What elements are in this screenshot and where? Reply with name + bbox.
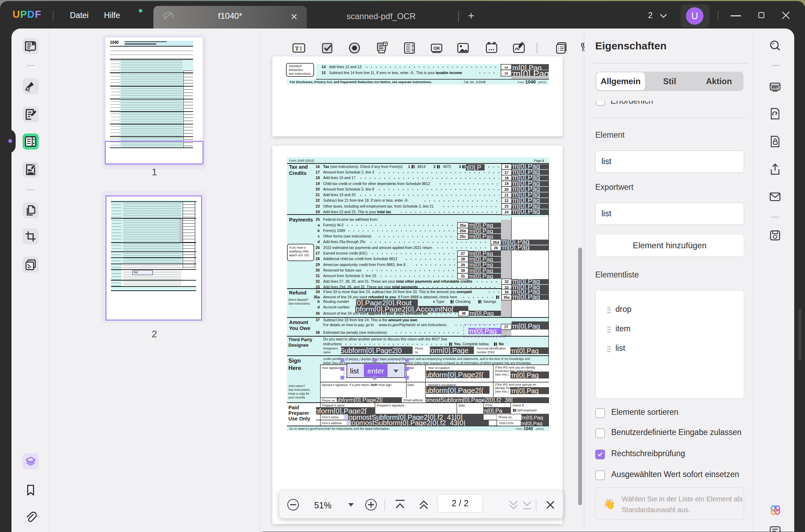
svg-text:Firm’s name: Firm’s name	[322, 416, 338, 419]
svg-text:OCR: OCR	[772, 87, 779, 90]
svg-text:15: 15	[504, 71, 508, 75]
svg-text:Paid: Paid	[288, 405, 299, 410]
svg-text:Amount of line 34 you want app: Amount of line 34 you want applied to yo…	[323, 311, 428, 315]
svg-text:36: 36	[316, 311, 320, 315]
svg-text:2022 estimated tax payments an: 2022 estimated tax payments and amount a…	[323, 245, 434, 250]
svg-text:(2022): (2022)	[538, 81, 546, 84]
svg-text:25d: 25d	[493, 240, 499, 244]
svg-text:Routing number: Routing number	[323, 299, 349, 304]
svg-text:Personal identification: Personal identification	[477, 347, 506, 350]
svg-text:Sign: Sign	[288, 357, 301, 364]
svg-text:34: 34	[504, 290, 509, 294]
svg-text:rm[0].Pag: rm[0].Pag	[511, 322, 540, 330]
svg-text:qualifying child,: qualifying child,	[289, 250, 309, 253]
svg-text:Designee’s: Designee’s	[323, 347, 338, 350]
svg-text:Phone: Phone	[415, 347, 423, 350]
svg-text:Yes. Complete below.: Yes. Complete below.	[454, 342, 489, 346]
svg-text:Phone no.: Phone no.	[322, 399, 336, 402]
svg-text:rm[0].Pag: rm[0].Pag	[467, 327, 497, 335]
svg-text:Add lines 19 and 20: Add lines 19 and 20	[323, 193, 356, 197]
svg-text:www.irs.gov/Payments: www.irs.gov/Payments	[379, 323, 416, 327]
svg-text:19: 19	[316, 182, 320, 186]
svg-text:32: 32	[316, 279, 320, 283]
svg-text:Keep a copy for: Keep a copy for	[288, 392, 309, 395]
svg-text:19: 19	[504, 182, 509, 186]
svg-text:rm[0].Pag: rm[0].Pag	[468, 310, 494, 317]
svg-text:rm[0].Pag: rm[0].Pag	[468, 261, 493, 268]
svg-text:36: 36	[462, 311, 466, 315]
svg-text:rm[0].Pag: rm[0].Pag	[520, 420, 542, 426]
svg-text:37: 37	[504, 325, 508, 329]
svg-text:35a: 35a	[503, 295, 510, 299]
svg-text:38: 38	[316, 330, 320, 334]
svg-text:see instructions.: see instructions.	[289, 72, 311, 75]
svg-text:c: c	[318, 234, 320, 238]
svg-text:Form: Form	[516, 427, 523, 430]
svg-text:no.: no.	[415, 350, 419, 354]
svg-text:Amount from Schedule 3, line 8: Amount from Schedule 3, line 8	[323, 187, 374, 191]
svg-text:2: 2	[433, 164, 436, 169]
svg-text:For Disclosure, Privacy Act, a: For Disclosure, Privacy Act, and Paperwo…	[290, 80, 432, 84]
svg-text:23: 23	[316, 204, 320, 208]
svg-text:(see inst.): (see inst.)	[495, 390, 509, 393]
svg-text:Phone no.: Phone no.	[499, 416, 512, 419]
svg-text:Subtract line 33 from line 24.: Subtract line 33 from line 24. This is t…	[323, 318, 418, 322]
svg-text:See instructions.: See instructions.	[288, 388, 311, 392]
svg-text:American opportunity credit fr: American opportunity credit from Form 88…	[323, 263, 407, 267]
svg-text:name: name	[323, 350, 331, 354]
svg-text:(2022): (2022)	[536, 427, 544, 430]
svg-text:Amount from Schedule 3, line 1: Amount from Schedule 3, line 15	[323, 274, 376, 278]
svg-text:Date: Date	[459, 404, 465, 407]
svg-text:Amount from Schedule 2, line 3: Amount from Schedule 2, line 3	[323, 170, 374, 174]
svg-text:Add lines 22 and 23. This is y: Add lines 22 and 23. This is your total …	[323, 210, 391, 214]
svg-text:30: 30	[316, 268, 320, 272]
svg-text:Designee: Designee	[288, 342, 309, 348]
svg-text:rm[0].Pag: rm[0].Pag	[509, 347, 539, 355]
svg-text:topmostSubform[0].Page2[0].f2_: topmostSubform[0].Page2[0].f2_41[0]	[347, 413, 462, 421]
svg-text:Federal income tax withheld fr: Federal income tax withheld from:	[323, 217, 378, 221]
svg-text:Standard: Standard	[289, 64, 302, 68]
svg-text:21: 21	[504, 193, 509, 197]
svg-text:No: No	[499, 342, 504, 346]
svg-text:25c: 25c	[460, 234, 466, 239]
svg-text:Self-employed: Self-employed	[517, 409, 536, 412]
svg-text:Checking: Checking	[455, 299, 471, 304]
svg-text:27: 27	[461, 251, 465, 256]
svg-text:PTIN: PTIN	[485, 404, 492, 407]
svg-text:25: 25	[316, 217, 320, 221]
svg-text:b: b	[318, 299, 320, 304]
svg-text:enter: enter	[367, 367, 384, 375]
svg-text:rm[0].Pag: rm[0].Pag	[468, 222, 493, 228]
svg-text:rm[0].Pag: rm[0].Pag	[509, 387, 539, 395]
svg-text:for instructions and the lates: for instructions and the latest informat…	[332, 427, 390, 430]
svg-text:(see inst.): (see inst.)	[495, 373, 509, 376]
svg-text:See instructions.: See instructions.	[288, 302, 311, 305]
svg-text:Form(s) 1099: Form(s) 1099	[323, 228, 345, 233]
svg-text:Spouse’s signature. If a joint: Spouse’s signature. If a joint return, b…	[322, 383, 392, 387]
svg-text:22: 22	[316, 198, 320, 202]
svg-text:Preparer: Preparer	[288, 410, 309, 416]
svg-text:Payments: Payments	[289, 217, 313, 223]
svg-text:Do you want to allow anot: Do you want to allow another person to d…	[323, 337, 447, 341]
svg-text:22: 22	[504, 199, 509, 203]
svg-text:33: 33	[504, 285, 509, 290]
svg-text:28: 28	[316, 257, 320, 261]
svg-text:29: 29	[461, 263, 465, 267]
svg-text:bform[0].Page2[: bform[0].Page2[	[315, 407, 367, 415]
svg-text:d: d	[318, 305, 320, 309]
svg-text:Use Only: Use Only	[288, 416, 310, 421]
svg-text:35a: 35a	[313, 295, 320, 299]
svg-text:or see instructions .: or see instructions .	[417, 323, 448, 327]
svg-text:Other taxes, including self-em: Other taxes, including self-employment t…	[323, 204, 434, 208]
svg-text:Add lines 25a through 25c: Add lines 25a through 25c	[323, 240, 366, 244]
svg-text:rm[0].Pag: rm[0].Pag	[509, 371, 539, 379]
svg-text:24: 24	[316, 210, 320, 214]
svg-text:Amount of line 34 you want ref: Amount of line 34 you want refunded to y…	[323, 295, 457, 299]
svg-text:17: 17	[504, 170, 509, 175]
svg-text:rm[0].Pag: rm[0].Pag	[468, 273, 493, 280]
svg-text:h[0].P: h[0].P	[465, 164, 481, 171]
svg-text:15: 15	[321, 71, 326, 75]
svg-text:17: 17	[316, 170, 320, 174]
svg-text:Earned income credit (EIC): Earned income credit (EIC)	[323, 251, 367, 255]
svg-text:Add lines 12 and 13: Add lines 12 and 13	[329, 65, 361, 69]
